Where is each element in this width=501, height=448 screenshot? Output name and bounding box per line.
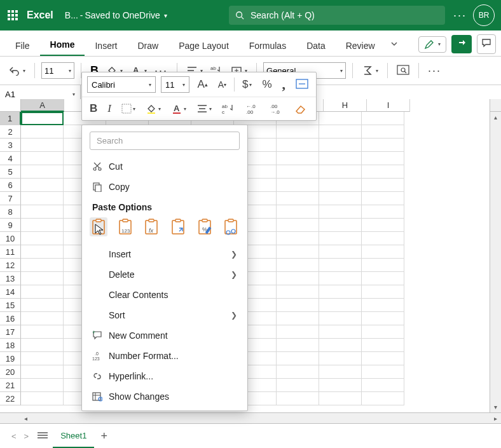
tab-home[interactable]: Home	[40, 33, 85, 56]
cell[interactable]	[277, 179, 319, 192]
cell[interactable]	[362, 165, 404, 179]
cell[interactable]	[362, 325, 404, 339]
cell[interactable]	[319, 112, 362, 125]
cell[interactable]	[21, 112, 64, 125]
row-header[interactable]: 6	[0, 179, 21, 192]
cell[interactable]	[319, 125, 362, 139]
cell[interactable]	[362, 339, 404, 352]
cell[interactable]	[21, 285, 64, 299]
cell[interactable]	[319, 365, 362, 379]
cell[interactable]	[319, 139, 362, 152]
cell[interactable]	[362, 272, 404, 285]
sheet-nav-prev[interactable]: <	[8, 429, 20, 444]
cell[interactable]	[362, 379, 404, 392]
mini-italic-button[interactable]: I	[105, 101, 114, 116]
cell[interactable]	[21, 259, 64, 272]
cell[interactable]	[277, 125, 319, 139]
all-sheets-button[interactable]	[32, 429, 53, 444]
col-header-I[interactable]: I	[367, 99, 410, 112]
cell[interactable]	[21, 165, 64, 179]
row-header[interactable]: 9	[0, 219, 21, 232]
ctx-sort[interactable]: Sort ❯	[82, 305, 247, 325]
row-header[interactable]: 15	[0, 299, 21, 312]
row-header[interactable]: 7	[0, 192, 21, 205]
tab-more[interactable]	[385, 33, 403, 56]
accounting-format-button[interactable]: $▾	[240, 77, 254, 92]
decrease-font-button[interactable]: A▾	[216, 78, 229, 91]
cell[interactable]	[21, 192, 64, 205]
cell[interactable]	[319, 179, 362, 192]
row-header[interactable]: 13	[0, 272, 21, 285]
cell[interactable]	[319, 245, 362, 259]
cell[interactable]	[319, 259, 362, 272]
cell[interactable]	[21, 219, 64, 232]
scroll-down-icon[interactable]: ▾	[490, 402, 501, 412]
cell[interactable]	[362, 285, 404, 299]
cell[interactable]	[319, 272, 362, 285]
more-options-icon[interactable]: ···	[453, 9, 467, 22]
app-launcher-icon[interactable]	[8, 10, 18, 20]
tab-file[interactable]: File	[5, 34, 40, 56]
cell[interactable]	[319, 285, 362, 299]
find-button[interactable]	[394, 64, 412, 78]
cell[interactable]	[362, 392, 404, 405]
row-header[interactable]: 19	[0, 352, 21, 365]
row-header[interactable]: 3	[0, 139, 21, 152]
row-header[interactable]: 2	[0, 125, 21, 139]
cell[interactable]	[362, 299, 404, 312]
col-header-A[interactable]: A	[21, 99, 64, 112]
cell[interactable]	[277, 205, 319, 219]
ctx-show-changes[interactable]: Show Changes	[82, 386, 247, 407]
cell[interactable]	[362, 259, 404, 272]
cell[interactable]	[362, 219, 404, 232]
avatar[interactable]: BR	[473, 4, 495, 26]
share-button[interactable]	[451, 35, 472, 53]
percent-format-button[interactable]: %	[259, 77, 274, 92]
cell[interactable]	[21, 365, 64, 379]
row-header[interactable]: 21	[0, 379, 21, 392]
cell[interactable]	[362, 232, 404, 245]
mini-borders-button[interactable]: ▾	[119, 102, 138, 115]
paste-option-formatting[interactable]: %	[196, 217, 214, 236]
cell[interactable]	[319, 312, 362, 325]
cell[interactable]	[319, 165, 362, 179]
cell[interactable]	[362, 125, 404, 139]
row-header[interactable]: 18	[0, 339, 21, 352]
search-box[interactable]: Search (Alt + Q)	[229, 6, 445, 25]
cell[interactable]	[362, 312, 404, 325]
more-commands[interactable]: ···	[425, 64, 444, 78]
tab-data[interactable]: Data	[296, 34, 336, 56]
clear-formatting-button[interactable]	[292, 102, 310, 115]
mini-wrap-text-button[interactable]: abc	[219, 102, 238, 116]
cell[interactable]	[277, 139, 319, 152]
row-header[interactable]: 1	[0, 112, 21, 125]
cell[interactable]	[277, 392, 319, 405]
mini-bold-button[interactable]: B	[87, 101, 100, 116]
cell[interactable]	[362, 245, 404, 259]
cell[interactable]	[277, 232, 319, 245]
row-header[interactable]: 11	[0, 245, 21, 259]
mini-fill-color-button[interactable]: ▾	[143, 102, 163, 116]
cell[interactable]	[277, 152, 319, 165]
cell[interactable]	[21, 299, 64, 312]
cell[interactable]	[21, 352, 64, 365]
cell[interactable]	[277, 192, 319, 205]
row-header[interactable]: 10	[0, 232, 21, 245]
ctx-number-format[interactable]: .0123 Number Format...	[82, 346, 247, 366]
cell[interactable]	[277, 165, 319, 179]
col-header-H[interactable]: H	[324, 99, 367, 112]
cell[interactable]	[362, 192, 404, 205]
tab-page-layout[interactable]: Page Layout	[168, 34, 239, 56]
row-header[interactable]: 4	[0, 152, 21, 165]
tab-formulas[interactable]: Formulas	[239, 34, 296, 56]
row-header[interactable]: 5	[0, 165, 21, 179]
cell[interactable]	[277, 245, 319, 259]
cell[interactable]	[319, 205, 362, 219]
paste-option-paste[interactable]	[90, 217, 107, 236]
cell[interactable]	[21, 392, 64, 405]
increase-decimal-button[interactable]: ←.0.00	[244, 102, 263, 116]
cell[interactable]	[319, 192, 362, 205]
cell[interactable]	[362, 352, 404, 365]
cell[interactable]	[277, 259, 319, 272]
cell[interactable]	[319, 392, 362, 405]
